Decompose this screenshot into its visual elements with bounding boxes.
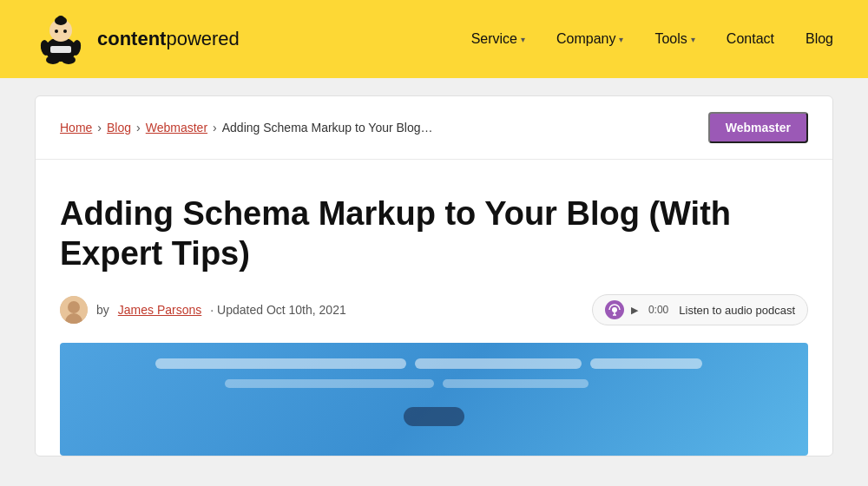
image-bar [590,358,701,369]
breadcrumb: Home › Blog › Webmaster › Adding Schema … [60,121,433,135]
article-body: Adding Schema Markup to Your Blog (With … [36,160,832,456]
chevron-down-icon: ▾ [521,35,525,44]
audio-label: Listen to audio podcast [679,304,795,317]
image-bar [415,358,582,369]
article-featured-image [60,343,808,456]
nav-blog[interactable]: Blog [806,31,833,47]
author-avatar [60,296,88,324]
chevron-down-icon: ▾ [691,35,695,44]
svg-point-9 [62,56,76,64]
logo-icon [35,13,87,65]
image-bar [225,379,434,388]
content-card: Home › Blog › Webmaster › Adding Schema … [35,95,833,456]
site-header: contentpowered Service ▾ Company ▾ Tools… [0,0,868,78]
webmaster-badge-button[interactable]: Webmaster [708,112,808,143]
breadcrumb-blog[interactable]: Blog [107,121,131,135]
page-body: Home › Blog › Webmaster › Adding Schema … [0,78,868,486]
image-bar [443,379,589,388]
svg-point-4 [55,30,58,33]
svg-point-14 [612,307,617,312]
audio-player[interactable]: ▶ 0:00 Listen to audio podcast [592,294,808,325]
author-name[interactable]: James Parsons [118,303,201,317]
logo-area[interactable]: contentpowered [35,13,240,65]
logo-text: contentpowered [97,28,240,50]
breadcrumb-separator: › [136,121,141,135]
article-date: · Updated Oct 10th, 2021 [210,303,345,317]
podcast-icon [605,300,624,319]
svg-point-5 [63,30,67,33]
nav-tools[interactable]: Tools ▾ [654,31,694,47]
nav-company[interactable]: Company ▾ [556,31,623,47]
breadcrumb-separator: › [97,121,102,135]
chevron-down-icon: ▾ [619,35,623,44]
svg-rect-10 [50,46,71,53]
image-bar [155,358,406,369]
nav-service[interactable]: Service ▾ [471,31,525,47]
svg-point-12 [68,301,80,313]
breadcrumb-current: Adding Schema Markup to Your Blog… [222,121,433,135]
image-button-placeholder [404,407,464,426]
play-button[interactable]: ▶ [631,305,638,316]
svg-point-3 [57,16,64,23]
author-row: by James Parsons · Updated Oct 10th, 202… [60,294,808,325]
breadcrumb-home[interactable]: Home [60,121,92,135]
author-info: by James Parsons · Updated Oct 10th, 202… [60,296,346,324]
svg-point-8 [46,56,60,64]
article-title: Adding Schema Markup to Your Blog (With … [60,194,808,273]
nav-contact[interactable]: Contact [727,31,774,47]
breadcrumb-webmaster[interactable]: Webmaster [146,121,207,135]
main-nav: Service ▾ Company ▾ Tools ▾ Contact Blog [471,31,833,47]
author-prefix: by [96,303,109,317]
audio-time: 0:00 [648,304,668,316]
breadcrumb-separator: › [213,121,217,135]
breadcrumb-bar: Home › Blog › Webmaster › Adding Schema … [36,96,832,160]
